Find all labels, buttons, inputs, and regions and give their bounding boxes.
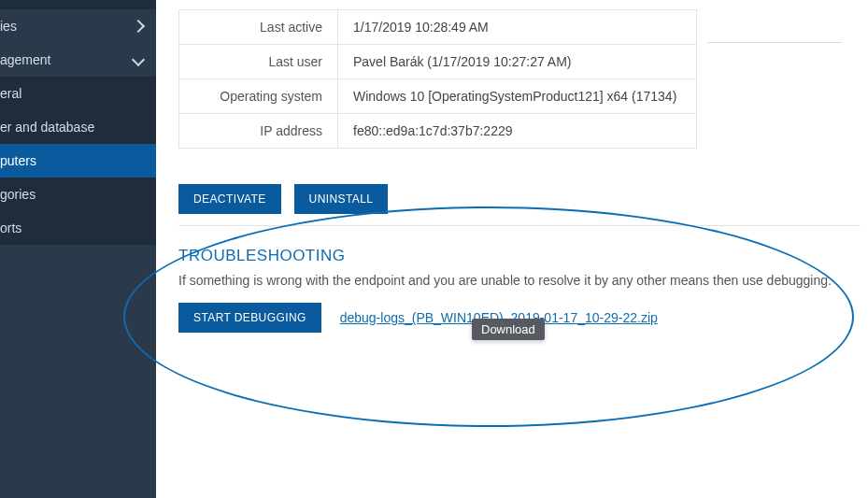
detail-value: fe80::ed9a:1c7d:37b7:2229 <box>338 114 697 149</box>
sidebar-item-label: eral <box>0 86 21 101</box>
uninstall-button[interactable]: UNINSTALL <box>294 184 389 214</box>
sidebar-item-eral[interactable]: eral <box>0 77 156 110</box>
detail-label: Last active <box>179 10 338 45</box>
sidebar-filler <box>0 262 156 498</box>
sidebar-top-stub <box>0 0 156 9</box>
section-divider <box>178 225 861 226</box>
sidebar-item-label: orts <box>0 221 21 235</box>
table-row: Operating system Windows 10 [OperatingSy… <box>179 79 697 114</box>
sidebar-item-label: puters <box>0 153 36 168</box>
download-tooltip: Download <box>472 319 545 340</box>
table-row: Last user Pavel Barák (1/17/2019 10:27:2… <box>179 45 697 79</box>
sidebar-item-er-and-database[interactable]: er and database <box>0 110 156 144</box>
chevron-right-icon <box>132 20 145 33</box>
deactivate-button[interactable]: DEACTIVATE <box>178 184 281 214</box>
sidebar: ies agement eral er and database puters … <box>0 0 156 498</box>
detail-value: Pavel Barák (1/17/2019 10:27:27 AM) <box>338 45 697 79</box>
table-row: IP address fe80::ed9a:1c7d:37b7:2229 <box>179 114 697 149</box>
computer-details-table: Last active 1/17/2019 10:28:49 AM Last u… <box>178 9 697 149</box>
troubleshooting-description: If something is wrong with the endpoint … <box>178 273 868 288</box>
table-row: Last active 1/17/2019 10:28:49 AM <box>179 10 697 45</box>
detail-label: Last user <box>179 45 338 79</box>
sidebar-item-gories[interactable]: gories <box>0 178 156 211</box>
sidebar-item-label: agement <box>0 52 50 67</box>
detail-label: IP address <box>179 114 338 149</box>
detail-label: Operating system <box>179 79 338 114</box>
sidebar-item-label: gories <box>0 187 36 202</box>
sidebar-item-orts[interactable]: orts <box>0 211 156 245</box>
chevron-down-icon <box>132 53 145 66</box>
start-debugging-button[interactable]: START DEBUGGING <box>178 303 321 333</box>
troubleshooting-heading: TROUBLESHOOTING <box>178 247 868 265</box>
action-buttons-row: DEACTIVATE UNINSTALL <box>178 184 868 214</box>
sidebar-item-ies[interactable]: ies <box>0 9 156 43</box>
main-content: Last active 1/17/2019 10:28:49 AM Last u… <box>156 0 868 498</box>
detail-value: Windows 10 [OperatingSystemProduct121] x… <box>338 79 697 114</box>
right-side-panel-stub <box>707 0 842 43</box>
sidebar-item-agement[interactable]: agement <box>0 43 156 77</box>
sidebar-item-puters[interactable]: puters <box>0 144 156 178</box>
detail-value: 1/17/2019 10:28:49 AM <box>338 10 697 45</box>
sidebar-item-label: ies <box>0 19 17 34</box>
sidebar-item-label: er and database <box>0 120 94 135</box>
